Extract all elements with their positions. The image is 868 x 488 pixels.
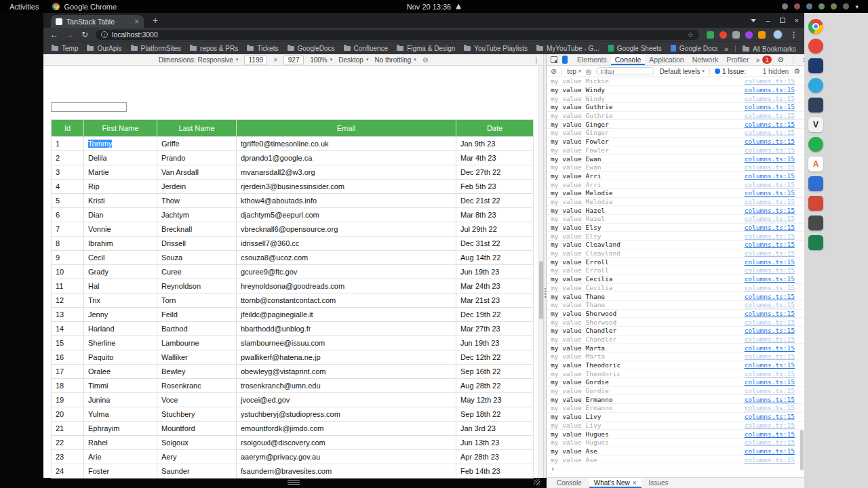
column-header-last-name[interactable]: Last Name bbox=[157, 120, 237, 137]
console-source-link[interactable]: columns.ts:15 bbox=[745, 327, 795, 334]
console-source-link[interactable]: columns.ts:15 bbox=[745, 361, 795, 369]
bookmark-item[interactable]: MyYouTube - G... bbox=[536, 45, 599, 52]
devtools-tab-console[interactable]: Console bbox=[611, 54, 646, 65]
all-bookmarks-button[interactable]: All Bookmarks bbox=[743, 45, 796, 53]
extension-icon[interactable] bbox=[758, 31, 766, 39]
browser-tab[interactable]: TanStack Table × bbox=[51, 15, 144, 28]
console-source-link[interactable]: columns.ts:15 bbox=[745, 189, 795, 197]
device-toolbar-toggle-icon[interactable] bbox=[562, 56, 568, 64]
viewport-width-input[interactable] bbox=[244, 56, 267, 64]
bookmark-item[interactable]: Temp bbox=[52, 45, 78, 52]
console-source-link[interactable]: columns.ts:15 bbox=[745, 344, 795, 352]
tray-status-icon[interactable] bbox=[782, 3, 788, 9]
address-bar[interactable]: i localhost:3000 ☆ bbox=[96, 30, 699, 40]
console-source-link[interactable]: columns.ts:15 bbox=[745, 310, 795, 317]
console-prompt[interactable]: › bbox=[547, 464, 804, 473]
console-settings-icon[interactable]: ⚙ bbox=[793, 67, 800, 76]
extension-icon[interactable] bbox=[719, 31, 727, 39]
console-source-link[interactable]: columns.ts:15 bbox=[745, 249, 795, 257]
bookmark-item[interactable]: GoogleDocs bbox=[288, 45, 335, 52]
console-source-link[interactable]: columns.ts:15 bbox=[745, 112, 795, 119]
viewport-height-input[interactable] bbox=[283, 56, 304, 64]
focused-app-indicator[interactable]: Google Chrome bbox=[52, 3, 117, 11]
table-filter-input[interactable] bbox=[51, 102, 127, 112]
clock-menu[interactable]: Nov 20 13:36 bbox=[407, 3, 461, 11]
bookmark-item[interactable]: Figma & Design bbox=[397, 45, 455, 52]
dock-app-a-app[interactable]: A bbox=[808, 157, 823, 171]
window-maximize-button[interactable] bbox=[780, 18, 785, 23]
issues-counter[interactable]: 1 Issue: bbox=[715, 68, 746, 75]
viewport-bottom-resize-handle[interactable] bbox=[288, 480, 300, 485]
console-source-link[interactable]: columns.ts:15 bbox=[745, 103, 795, 110]
console-source-link[interactable]: columns.ts:15 bbox=[745, 146, 795, 154]
console-source-link[interactable]: columns.ts:15 bbox=[745, 275, 795, 283]
console-source-link[interactable]: columns.ts:15 bbox=[745, 352, 795, 360]
console-source-link[interactable]: columns.ts:15 bbox=[745, 370, 795, 378]
console-source-link[interactable]: columns.ts:15 bbox=[745, 293, 795, 300]
bookmarks-overflow-chevron[interactable]: » bbox=[724, 45, 728, 53]
console-source-link[interactable]: columns.ts:15 bbox=[745, 266, 795, 274]
column-header-first-name[interactable]: First Name bbox=[84, 120, 157, 137]
dimensions-dropdown[interactable]: Dimensions: Responsive ▾ bbox=[159, 56, 239, 64]
console-source-link[interactable]: columns.ts:15 bbox=[745, 172, 795, 180]
console-source-link[interactable]: columns.ts:15 bbox=[745, 378, 795, 386]
forward-button[interactable]: → bbox=[66, 30, 74, 39]
dock-app-red-circle-app[interactable] bbox=[808, 39, 823, 54]
console-source-link[interactable]: columns.ts:15 bbox=[745, 121, 795, 128]
back-button[interactable]: ← bbox=[50, 30, 58, 39]
devtools-tab-profiler[interactable]: Profiler bbox=[722, 54, 753, 65]
column-header-date[interactable]: Date bbox=[456, 120, 534, 137]
new-tab-button[interactable]: + bbox=[149, 14, 161, 26]
console-source-link[interactable]: columns.ts:15 bbox=[745, 447, 795, 455]
console-source-link[interactable]: columns.ts:15 bbox=[745, 215, 795, 222]
close-icon[interactable]: × bbox=[633, 479, 637, 487]
console-source-link[interactable]: columns.ts:15 bbox=[745, 181, 795, 188]
drawer-tab-what-s-new[interactable]: What's New× bbox=[589, 478, 642, 488]
extension-icon[interactable] bbox=[745, 31, 753, 39]
dock-app-gray-square-app[interactable] bbox=[808, 216, 823, 230]
devtools-menu-icon[interactable]: ⋮ bbox=[789, 56, 797, 64]
console-source-link[interactable]: columns.ts:15 bbox=[745, 224, 795, 231]
site-info-icon[interactable]: i bbox=[101, 31, 108, 38]
bookmark-item[interactable]: Google Docs bbox=[671, 45, 719, 52]
viewport-corner-resize-handle[interactable] bbox=[534, 479, 540, 485]
tray-status-icon[interactable] bbox=[806, 3, 812, 9]
browser-menu-icon[interactable]: ⋮ bbox=[790, 30, 797, 39]
console-source-link[interactable]: columns.ts:15 bbox=[745, 439, 795, 446]
extension-icon[interactable] bbox=[707, 31, 714, 39]
console-source-link[interactable]: columns.ts:15 bbox=[745, 129, 795, 136]
column-header-id[interactable]: Id bbox=[52, 120, 84, 137]
bookmark-item[interactable]: OurApis bbox=[87, 45, 121, 52]
console-source-link[interactable]: columns.ts:15 bbox=[745, 456, 795, 464]
console-source-link[interactable]: columns.ts:15 bbox=[745, 198, 795, 205]
dock-app-navy-square-app[interactable] bbox=[808, 98, 823, 113]
console-source-link[interactable]: columns.ts:15 bbox=[745, 86, 795, 94]
dock-app-indigo-square-app[interactable] bbox=[808, 58, 823, 73]
log-levels-dropdown[interactable]: Default levels ▾ bbox=[659, 68, 705, 75]
window-close-button[interactable]: × bbox=[795, 16, 799, 24]
activities-button[interactable]: Activities bbox=[9, 3, 39, 11]
console-source-link[interactable]: columns.ts:15 bbox=[745, 163, 795, 171]
live-expression-icon[interactable]: ◎ bbox=[586, 68, 592, 75]
clear-console-icon[interactable]: ⊘ bbox=[551, 67, 557, 76]
tab-search-caret-icon[interactable] bbox=[751, 19, 756, 22]
console-source-link[interactable]: columns.ts:15 bbox=[745, 319, 795, 326]
console-source-link[interactable]: columns.ts:15 bbox=[745, 95, 795, 102]
dock-app-blue-square-app[interactable] bbox=[808, 176, 823, 191]
system-menu-caret-icon[interactable]: ▾ bbox=[855, 3, 859, 10]
drawer-tab-issues[interactable]: Issues bbox=[644, 478, 673, 488]
console-source-link[interactable]: columns.ts:15 bbox=[745, 155, 795, 163]
console-source-link[interactable]: columns.ts:15 bbox=[745, 284, 795, 291]
zoom-dropdown[interactable]: 100% ▾ bbox=[310, 56, 332, 64]
console-source-link[interactable]: columns.ts:15 bbox=[745, 413, 795, 420]
column-header-email[interactable]: Email bbox=[237, 120, 456, 137]
tab-close-icon[interactable]: × bbox=[134, 18, 139, 26]
window-minimize-button[interactable]: – bbox=[766, 16, 770, 24]
dock-app-v-app[interactable]: V bbox=[808, 117, 823, 132]
console-scrollbar-thumb[interactable] bbox=[800, 430, 804, 470]
bookmark-item[interactable]: Tickets bbox=[247, 45, 278, 52]
bookmark-star-icon[interactable]: ☆ bbox=[687, 30, 694, 39]
bookmark-item[interactable]: PlatformSites bbox=[131, 45, 181, 52]
console-source-link[interactable]: columns.ts:15 bbox=[745, 301, 795, 308]
console-source-link[interactable]: columns.ts:15 bbox=[745, 387, 795, 394]
